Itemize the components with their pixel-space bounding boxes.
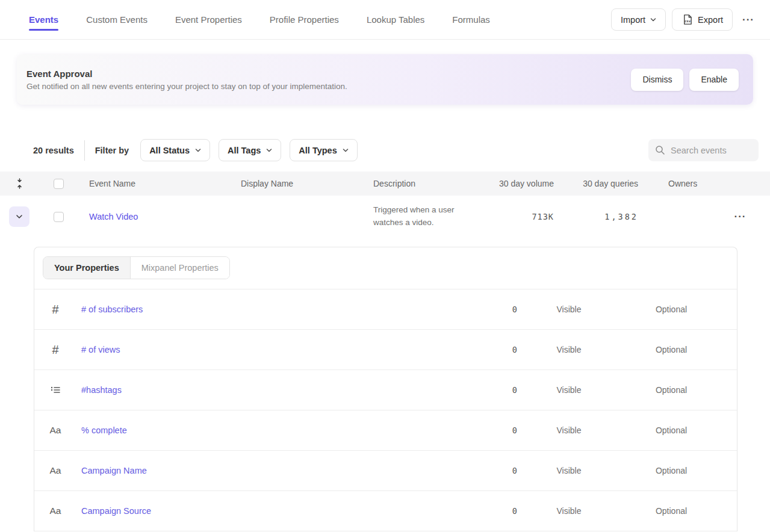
svg-text:csv: csv [685,19,691,23]
property-count: 0 [452,506,518,516]
status-filter-dropdown[interactable]: All Status [140,139,210,161]
property-requirement: Optional [620,506,722,516]
results-count: 20 results [33,146,74,155]
nav-actions: Import csv Export ··· [611,0,758,39]
collapse-row-button[interactable] [9,206,29,227]
property-requirement: Optional [620,345,722,354]
row-more-options-button[interactable]: ··· [731,208,750,225]
property-requirement: Optional [620,425,722,435]
banner-text: Event Approval Get notified on all new e… [26,69,347,91]
tab-profile-properties[interactable]: Profile Properties [270,0,339,39]
ellipsis-icon: ··· [734,211,747,222]
column-30-day-volume: 30 day volume [488,179,554,188]
banner-title: Event Approval [26,69,347,79]
property-count: 0 [452,466,518,475]
import-button[interactable]: Import [611,8,666,31]
property-visibility: Visible [518,425,620,435]
row-checkbox[interactable] [54,212,64,222]
property-name-link[interactable]: Campaign Source [76,506,452,516]
text-type-icon: Aa [34,506,76,516]
text-type-icon: Aa [34,425,76,436]
property-requirement: Optional [620,305,722,314]
top-navigation: Events Custom Events Event Properties Pr… [0,0,770,40]
dismiss-button[interactable]: Dismiss [631,69,683,91]
search-events-box [648,139,759,161]
property-row: Aa % complete 0 Visible Optional [34,410,737,451]
property-count: 0 [452,425,518,435]
select-all-checkbox[interactable] [54,179,64,189]
property-row: # # of subscribers 0 Visible Optional [34,289,737,330]
event-properties-panel: Your Properties Mixpanel Properties # # … [34,247,737,531]
property-row: #hashtags 0 Visible Optional [34,370,737,410]
search-events-input[interactable] [671,146,752,155]
chevron-down-icon [16,213,23,220]
nav-tab-list: Events Custom Events Event Properties Pr… [29,0,490,39]
panel-tabs: Your Properties Mixpanel Properties [34,247,737,289]
event-30-day-volume: 713K [488,212,554,221]
tags-filter-label: All Tags [228,146,261,155]
column-30-day-queries: 30 day queries [554,179,638,188]
ellipsis-icon: ··· [742,14,754,25]
import-button-label: Import [621,15,645,25]
column-owners: Owners [638,179,710,188]
filter-bar: 20 results Filter by All Status All Tags… [0,139,770,161]
property-name-link[interactable]: # of views [76,345,452,354]
more-options-button[interactable]: ··· [739,11,758,28]
property-name-link[interactable]: #hashtags [76,385,452,395]
property-name-link[interactable]: % complete [76,425,452,435]
tab-event-properties[interactable]: Event Properties [175,0,242,39]
number-type-icon: # [34,343,76,357]
event-30-day-queries: 1,382 [554,212,638,221]
property-visibility: Visible [518,385,620,395]
collapse-all-icon[interactable] [0,178,39,190]
chevron-down-icon [343,147,349,153]
property-row: Aa Campaign Name 0 Visible Optional [34,451,737,491]
search-icon [655,145,665,155]
property-row: Aa Campaign Source 0 Visible Optional [34,491,737,531]
properties-tab-group: Your Properties Mixpanel Properties [43,256,230,279]
event-name-link[interactable]: Watch Video [89,212,138,221]
column-event-name: Event Name [78,179,241,188]
chevron-down-icon [195,147,201,153]
types-filter-label: All Types [299,146,337,155]
property-name-link[interactable]: Campaign Name [76,466,452,475]
event-approval-banner: Event Approval Get notified on all new e… [17,54,753,105]
divider [84,140,85,161]
tab-your-properties[interactable]: Your Properties [43,257,131,279]
event-description: Triggered when a user watches a video. [373,204,473,229]
number-type-icon: # [34,303,76,317]
enable-button[interactable]: Enable [689,69,739,91]
list-type-icon [34,385,76,395]
chevron-down-icon [650,17,656,23]
export-button[interactable]: csv Export [672,8,733,31]
column-display-name: Display Name [241,179,373,188]
property-visibility: Visible [518,466,620,475]
types-filter-dropdown[interactable]: All Types [290,139,357,161]
banner-actions: Dismiss Enable [631,69,739,91]
tags-filter-dropdown[interactable]: All Tags [219,139,281,161]
column-description: Description [373,179,488,188]
event-row-watch-video: Watch Video Triggered when a user watche… [0,196,770,238]
property-requirement: Optional [620,466,722,475]
tab-lookup-tables[interactable]: Lookup Tables [367,0,424,39]
tab-custom-events[interactable]: Custom Events [86,0,147,39]
chevron-down-icon [266,147,272,153]
property-visibility: Visible [518,305,620,314]
property-visibility: Visible [518,345,620,354]
property-name-link[interactable]: # of subscribers [76,305,452,314]
tab-events[interactable]: Events [29,0,58,39]
property-requirement: Optional [620,385,722,395]
property-count: 0 [452,305,518,314]
property-row: # # of views 0 Visible Optional [34,330,737,370]
export-button-label: Export [698,15,723,25]
tab-formulas[interactable]: Formulas [452,0,490,39]
filter-by-label: Filter by [95,146,129,155]
tab-mixpanel-properties[interactable]: Mixpanel Properties [131,257,229,279]
property-count: 0 [452,345,518,354]
events-table-header: Event Name Display Name Description 30 d… [0,172,770,196]
banner-description: Get notified on all new events entering … [26,82,347,91]
property-count: 0 [452,385,518,395]
text-type-icon: Aa [34,465,76,476]
property-visibility: Visible [518,506,620,516]
csv-file-icon: csv [682,14,693,25]
